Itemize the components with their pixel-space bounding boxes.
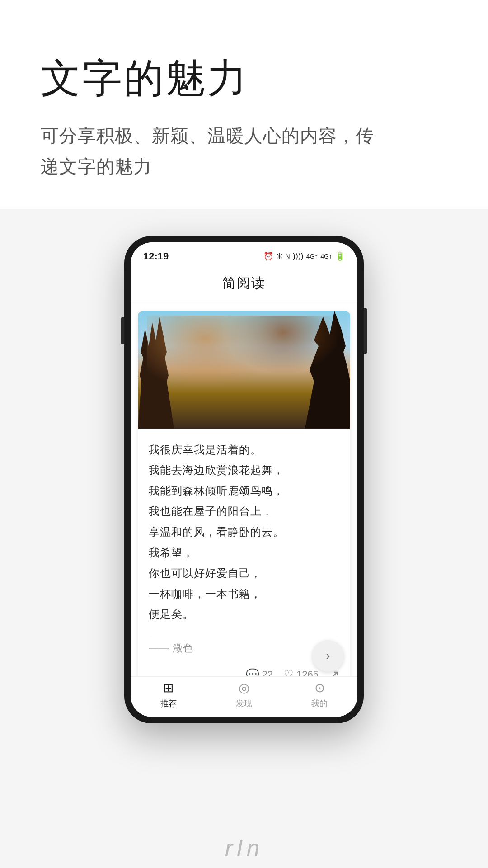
alarm-icon: ⏰: [263, 251, 273, 261]
recommend-icon: ⊞: [163, 680, 174, 695]
nfc-icon: N: [286, 253, 290, 260]
wifi-icon: )))): [293, 251, 304, 261]
subtitle: 可分享积极、新颖、温暖人心的内容，传递文字的魅力: [41, 120, 447, 182]
bottom-watermark: rIn: [0, 828, 488, 868]
status-time: 12:19: [143, 250, 169, 262]
next-arrow-icon: ›: [326, 649, 330, 663]
nav-item-mine[interactable]: ⊙ 我的: [282, 680, 357, 709]
app-title: 简阅读: [222, 275, 266, 290]
signal-4g-icon: 4G↑: [306, 253, 318, 260]
article-text: 我很庆幸我是活着的。 我能去海边欣赏浪花起舞， 我能到森林倾听鹿颂鸟鸣， 我也能…: [149, 439, 339, 625]
app-header: 简阅读: [131, 267, 357, 302]
phone-screen: 12:19 ⏰ ✳ N )))) 4G↑ 4G↑ 🔋 简阅读: [131, 242, 357, 717]
tree-right-decoration: [305, 311, 350, 429]
phone-section: 12:19 ⏰ ✳ N )))) 4G↑ 4G↑ 🔋 简阅读: [0, 209, 488, 723]
bluetooth-icon: ✳: [276, 251, 283, 261]
mine-icon: ⊙: [314, 680, 325, 695]
phone-mockup: 12:19 ⏰ ✳ N )))) 4G↑ 4G↑ 🔋 简阅读: [124, 236, 364, 723]
main-title: 文字的魅力: [41, 54, 447, 102]
nav-label-mine: 我的: [311, 698, 328, 709]
signal-4g2-icon: 4G↑: [320, 253, 332, 260]
article-image: [138, 311, 350, 429]
battery-icon: 🔋: [335, 251, 345, 261]
nav-item-discover[interactable]: ◎ 发现: [206, 680, 282, 709]
status-bar: 12:19 ⏰ ✳ N )))) 4G↑ 4G↑ 🔋: [131, 242, 357, 267]
watermark-text: rIn: [225, 835, 263, 862]
article-author: —— 澂色: [149, 634, 339, 655]
tree-left-decoration: [138, 311, 174, 429]
article-body: 我很庆幸我是活着的。 我能去海边欣赏浪花起舞， 我能到森林倾听鹿颂鸟鸣， 我也能…: [138, 429, 350, 662]
discover-icon: ◎: [239, 680, 249, 695]
nav-label-recommend: 推荐: [160, 698, 177, 709]
top-section: 文字的魅力 可分享积极、新颖、温暖人心的内容，传递文字的魅力: [0, 0, 488, 209]
status-icons: ⏰ ✳ N )))) 4G↑ 4G↑ 🔋: [263, 251, 345, 261]
nav-label-discover: 发现: [236, 698, 252, 709]
nav-item-recommend[interactable]: ⊞ 推荐: [131, 680, 206, 709]
next-button[interactable]: ›: [312, 640, 344, 672]
bottom-nav: ⊞ 推荐 ◎ 发现 ⊙ 我的: [131, 676, 357, 717]
content-card[interactable]: 我很庆幸我是活着的。 我能去海边欣赏浪花起舞， 我能到森林倾听鹿颂鸟鸣， 我也能…: [138, 311, 350, 691]
